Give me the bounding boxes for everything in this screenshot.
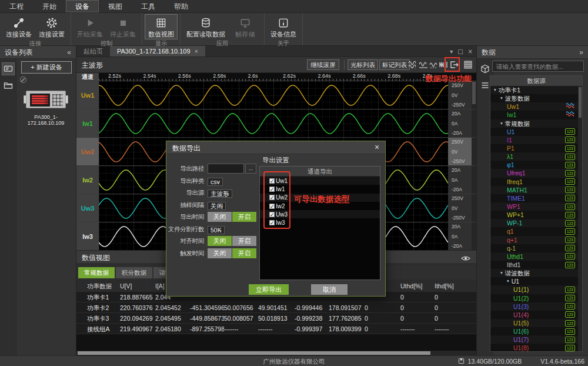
- wave-sample-icon[interactable]: [429, 60, 439, 69]
- tab-start-page[interactable]: 起始页: [76, 46, 110, 56]
- wave-overlay-icon[interactable]: [408, 60, 417, 69]
- ribbon-button[interactable]: 连接设置: [35, 14, 68, 39]
- tree-item-Uw1[interactable]: Uw1: [490, 102, 578, 111]
- vertical-scrollbar[interactable]: [472, 81, 476, 109]
- device-name[interactable]: PA300_1-172.168.10.109: [16, 114, 75, 126]
- toggle-off-button[interactable]: 关闭: [208, 236, 232, 246]
- checkbox-checked[interactable]: ✓: [269, 204, 275, 209]
- collapse-right-icon[interactable]: »: [579, 46, 583, 58]
- toggle-off-button[interactable]: 关闭: [208, 212, 232, 222]
- channel-export-row-Uw1[interactable]: ✓Uw1: [260, 177, 380, 185]
- tree-item-Iw1[interactable]: Iw1: [490, 111, 578, 119]
- wave-measure-icon[interactable]: [439, 60, 448, 69]
- cancel-button[interactable]: 取消: [311, 284, 348, 295]
- menu-item-3[interactable]: 设备: [66, 0, 99, 12]
- table-row[interactable]: 接线组A219.4909672.045180-897.255798-------…: [76, 324, 476, 334]
- expander-icon[interactable]: ▾: [500, 269, 503, 277]
- search-input[interactable]: [492, 61, 584, 72]
- tree-item-MATH1[interactable]: MATH1123: [490, 186, 578, 194]
- tab-close-icon[interactable]: ×: [195, 46, 198, 56]
- tree-item-Uthd1[interactable]: Uthd1123: [490, 252, 578, 261]
- channel-export-row-Uw2[interactable]: ✓Uw2: [260, 194, 380, 202]
- export-now-button[interactable]: 立即导出: [249, 284, 289, 295]
- collapse-left-icon[interactable]: «: [67, 46, 71, 58]
- menu-item-1[interactable]: 工程: [0, 0, 33, 12]
- tree-item-U1(5)[interactable]: U1(5)123: [490, 319, 578, 327]
- tree-item-WP+1[interactable]: WP+1123: [490, 211, 578, 219]
- expander-icon[interactable]: ▾: [500, 94, 503, 102]
- channel-label[interactable]: Iw2: [76, 166, 99, 194]
- menu-item-4[interactable]: 视图: [99, 0, 132, 12]
- tree-item-U1(4)[interactable]: U1(4)123: [490, 311, 578, 319]
- ribbon-button[interactable]: 连接设备: [2, 14, 35, 39]
- checkbox-checked[interactable]: ✓: [269, 212, 275, 217]
- marker-list-button[interactable]: 标记列表: [379, 59, 410, 70]
- table-row[interactable]: 功率卡2220.7603762.045452-451.30459650.0076…: [76, 302, 476, 313]
- menu-item-2[interactable]: 开始: [33, 0, 66, 12]
- tree-item-Ithd1[interactable]: Ithd1123: [490, 261, 578, 269]
- channel-export-row-Uw3[interactable]: ✓Uw3: [260, 210, 380, 218]
- export-path-input[interactable]: [208, 164, 244, 174]
- tree-item-1[interactable]: ▾功率卡1: [490, 86, 578, 94]
- channel-row-Iw1[interactable]: Iw120A0A-20A: [76, 109, 476, 137]
- tree-item-q+1[interactable]: q+1123: [490, 236, 578, 244]
- channel-export-row-Iw2[interactable]: ✓Iw2: [260, 202, 380, 210]
- channel-label[interactable]: Uw1: [76, 81, 99, 109]
- restore-icon[interactable]: □: [457, 48, 463, 55]
- channel-export-row-Iw1[interactable]: ✓Iw1: [260, 185, 380, 193]
- grid-icon[interactable]: [463, 60, 473, 69]
- tree-item-U1(8)[interactable]: U1(8)123: [490, 344, 578, 351]
- channel-label[interactable]: Uw2: [76, 138, 99, 165]
- tree-item-U1(1)[interactable]: U1(1)123: [490, 285, 578, 294]
- channel-label[interactable]: Iw1: [76, 109, 99, 137]
- numeric-tab-active[interactable]: 常规数据: [78, 267, 115, 278]
- cursor-list-button[interactable]: 光标列表: [348, 59, 378, 70]
- device-view-icon[interactable]: [2, 62, 15, 75]
- tree-item-TIME1[interactable]: TIME1123: [490, 194, 578, 202]
- checkbox-checked[interactable]: ✓: [269, 187, 275, 192]
- eye-icon[interactable]: [461, 254, 470, 264]
- expander-icon[interactable]: ▾: [507, 277, 509, 285]
- expander-icon[interactable]: ▾: [494, 86, 496, 94]
- select-1[interactable]: csv▾: [208, 178, 223, 186]
- tree-item-U1[interactable]: ▾U1: [490, 277, 578, 285]
- data-source-cube-icon[interactable]: [479, 62, 492, 75]
- channel-label[interactable]: Uw3: [76, 194, 99, 222]
- checkbox-checked[interactable]: ✓: [269, 178, 275, 184]
- tree-item-1[interactable]: φ1123: [490, 161, 578, 169]
- toggle-on-button[interactable]: 开启: [232, 248, 256, 258]
- toggle-on-button[interactable]: 开启: [232, 212, 256, 222]
- tree-item-U1(6)[interactable]: U1(6)123: [490, 327, 578, 335]
- toggle-off-button[interactable]: 关闭: [208, 248, 232, 258]
- tree-item-Ufreq1[interactable]: Ufreq1123: [490, 169, 578, 177]
- menu-item-6[interactable]: 帮助: [165, 0, 198, 12]
- checkbox-checked[interactable]: ✓: [269, 220, 275, 225]
- select-3[interactable]: 关闭▾: [208, 202, 226, 210]
- channel-row-Uw1[interactable]: Uw1250V0V-250V: [76, 81, 476, 109]
- tab-device[interactable]: PA300_1-172.168.10.109×: [110, 46, 205, 56]
- menu-item-5[interactable]: 工具: [132, 0, 165, 12]
- continue-scroll-button[interactable]: 继续滚屏: [307, 59, 339, 70]
- ribbon-button[interactable]: 设备信息: [267, 14, 300, 39]
- tree-item-U1(7)[interactable]: U1(7)123: [490, 335, 578, 344]
- checkbox-checked[interactable]: ✓: [269, 195, 275, 200]
- close-icon[interactable]: ×: [468, 48, 473, 55]
- tree-item-WP-1[interactable]: WP-1123: [490, 219, 578, 227]
- select-5[interactable]: 50K▾: [208, 226, 225, 234]
- horizontal-scrollbar[interactable]: [76, 351, 476, 355]
- table-row[interactable]: 功率卡3220.0942692.045495-449.85867350.0080…: [76, 313, 476, 324]
- tree-item-U1(3)[interactable]: U1(3)123: [490, 302, 578, 311]
- toggle-on-button[interactable]: 开启: [232, 236, 256, 246]
- tree-item-[interactable]: ▾波形数据: [490, 94, 578, 102]
- dialog-titlebar[interactable]: 数据导出 ×: [166, 141, 385, 154]
- new-device-button[interactable]: + 新建设备: [21, 61, 72, 74]
- expander-icon[interactable]: ▾: [500, 119, 503, 128]
- wave-single-icon[interactable]: [419, 60, 428, 69]
- dropdown-icon[interactable]: ▾: [450, 48, 453, 55]
- tree-item-U1(2)[interactable]: U1(2)123: [490, 294, 578, 302]
- ribbon-button[interactable]: 配置读取数据: [183, 14, 229, 39]
- tree-item-WP1[interactable]: WP1123: [490, 202, 578, 211]
- channel-export-row-Iw3[interactable]: ✓Iw3: [260, 218, 380, 227]
- tree-item-1[interactable]: λ1123: [490, 152, 578, 161]
- export-icon[interactable]: [449, 60, 459, 69]
